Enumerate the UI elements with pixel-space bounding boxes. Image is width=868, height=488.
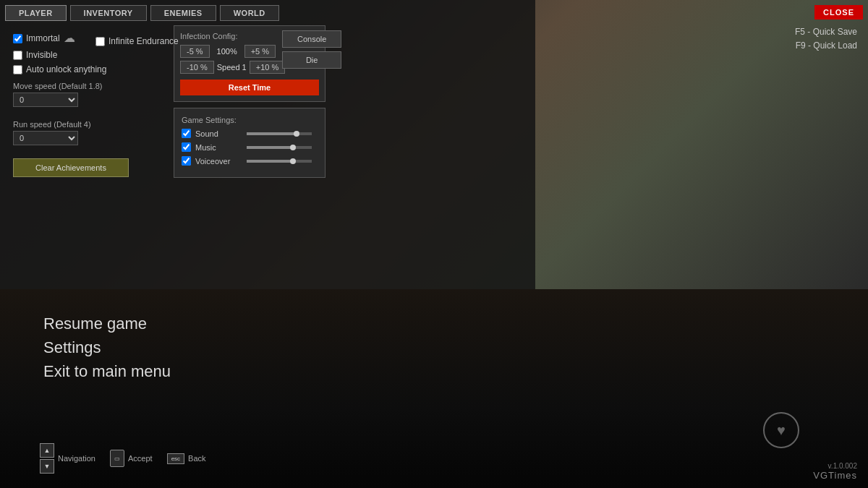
- tab-inventory[interactable]: INVENTORY: [70, 5, 147, 21]
- infection-speed-value: Speed 1: [217, 63, 247, 72]
- sound-slider[interactable]: [247, 132, 312, 135]
- accept-label: Accept: [128, 454, 153, 463]
- quick-load-hint: F9 - Quick Load: [795, 39, 857, 53]
- immortal-checkbox[interactable]: [13, 34, 22, 43]
- accept-hint: ▭ Accept: [110, 450, 153, 467]
- minus10-button[interactable]: -10 %: [180, 61, 214, 74]
- action-buttons-group: Console Die: [282, 30, 341, 69]
- sound-thumb: [294, 131, 299, 137]
- music-thumb: [290, 145, 296, 150]
- voiceover-setting-row: Voiceover: [182, 156, 318, 166]
- reset-time-button[interactable]: Reset Time: [180, 80, 319, 95]
- auto-unlock-label: Auto unlock anything: [26, 64, 106, 74]
- plus5-button[interactable]: +5 %: [244, 45, 276, 58]
- immortal-icon: ☁: [64, 31, 78, 46]
- run-speed-group: Run speed (Default 4) 01234: [13, 120, 161, 151]
- move-speed-group: Move speed (Default 1.8) 01234: [13, 82, 161, 113]
- music-slider[interactable]: [247, 146, 312, 149]
- navigation-label: Navigation: [58, 454, 95, 463]
- clear-achievements-button[interactable]: Clear Achievements: [13, 158, 129, 177]
- move-speed-dropdown[interactable]: 01234: [13, 93, 78, 107]
- navigation-hint: ▲ ▼ Navigation: [40, 443, 95, 474]
- auto-unlock-checkbox[interactable]: [13, 65, 22, 74]
- tab-enemies[interactable]: ENEMIES: [150, 5, 216, 21]
- bottom-menu: Resume game Settings Exit to main menu: [43, 312, 171, 383]
- game-settings-panel: Game Settings: Sound Music: [174, 108, 326, 178]
- music-checkbox[interactable]: [182, 142, 191, 152]
- quick-save-hint: F5 - Quick Save: [795, 25, 857, 39]
- run-speed-label: Run speed (Default 4): [13, 120, 161, 129]
- voiceover-label: Voiceover: [195, 157, 242, 166]
- close-button[interactable]: CLOSE: [814, 5, 863, 20]
- die-button[interactable]: Die: [282, 51, 341, 69]
- controller-hints: ▲ ▼ Navigation ▭ Accept esc Back: [40, 443, 206, 474]
- up-key: ▲: [40, 443, 54, 458]
- voiceover-checkbox[interactable]: [182, 156, 191, 166]
- music-setting-row: Music: [182, 142, 318, 152]
- left-column: Immortal ☁ Invisible Auto unlock anythin…: [7, 25, 166, 183]
- sound-fill: [247, 132, 296, 135]
- auto-unlock-row: Auto unlock anything: [13, 64, 161, 74]
- menu-item-resume[interactable]: Resume game: [43, 312, 171, 335]
- back-hint: esc Back: [167, 453, 206, 464]
- music-fill: [247, 146, 292, 149]
- infinite-endurance-row: Infinite Endurance: [95, 36, 179, 46]
- game-settings-title: Game Settings:: [182, 116, 318, 124]
- infection-percent-value: 100%: [213, 47, 242, 56]
- nav-tabs: PLAYER INVENTORY ENEMIES WORLD: [5, 5, 279, 21]
- tab-world[interactable]: WORLD: [220, 5, 279, 21]
- console-button[interactable]: Console: [282, 30, 341, 48]
- voiceover-slider[interactable]: [247, 160, 312, 163]
- plus10-button[interactable]: +10 %: [250, 61, 286, 74]
- move-speed-label: Move speed (Default 1.8): [13, 82, 161, 90]
- back-label: Back: [188, 454, 205, 463]
- logo-icon: ♥: [763, 412, 799, 448]
- esc-key: esc: [167, 453, 184, 464]
- quick-hints: F5 - Quick Save F9 - Quick Load: [795, 25, 857, 53]
- menu-item-exit[interactable]: Exit to main menu: [43, 359, 171, 383]
- immortal-label: Immortal: [26, 33, 60, 43]
- menu-item-settings[interactable]: Settings: [43, 335, 171, 359]
- voiceover-fill: [247, 160, 292, 163]
- invisible-row: Invisible: [13, 50, 161, 60]
- game-logo: ♥: [763, 412, 799, 448]
- sound-label: Sound: [195, 129, 242, 138]
- sound-setting-row: Sound: [182, 129, 318, 138]
- tab-player[interactable]: PLAYER: [5, 5, 67, 21]
- music-label: Music: [195, 143, 242, 152]
- run-speed-dropdown[interactable]: 01234: [13, 131, 78, 145]
- voiceover-thumb: [290, 158, 296, 164]
- minus5-button[interactable]: -5 %: [180, 45, 210, 58]
- infinite-endurance-label: Infinite Endurance: [109, 36, 179, 46]
- vgtimes-watermark: VGTimes: [813, 470, 857, 481]
- infinite-endurance-checkbox[interactable]: [95, 37, 105, 46]
- invisible-label: Invisible: [26, 50, 57, 60]
- down-key: ▼: [40, 459, 54, 474]
- main-panel: Immortal ☁ Invisible Auto unlock anythin…: [7, 25, 528, 183]
- version-text: v.1.0.002: [828, 462, 857, 470]
- accept-icon: ▭: [110, 450, 124, 467]
- sound-checkbox[interactable]: [182, 129, 191, 138]
- nav-keys: ▲ ▼: [40, 443, 54, 474]
- invisible-checkbox[interactable]: [13, 51, 22, 60]
